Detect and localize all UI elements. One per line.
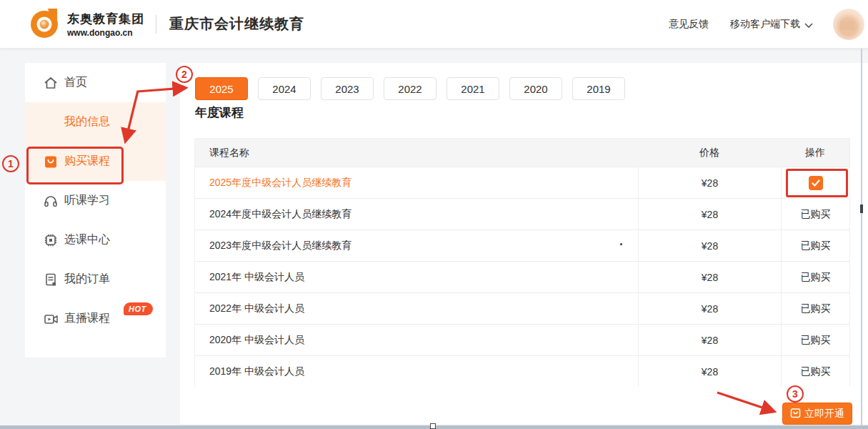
section-title: 年度课程: [195, 104, 244, 121]
course-name: 2022年 中级会计人员: [195, 293, 638, 324]
activate-now-label: 立即开通: [804, 408, 844, 420]
sidebar-item-buy-courses[interactable]: 购买课程: [25, 142, 166, 181]
app-download-label: 移动客户端下载: [730, 18, 800, 31]
vertical-scrollbar-thumb[interactable]: [860, 204, 863, 213]
sidebar-nav: 首页 我的信息 购买课程 听课学习 选课中心 我的订单 直播课程 HOT: [25, 63, 166, 358]
user-avatar[interactable]: [833, 9, 864, 40]
year-tab-2021[interactable]: 2021: [447, 77, 499, 100]
course-action-cell: 已购买: [781, 230, 849, 261]
vertical-scrollbar-track[interactable]: [861, 49, 862, 429]
annotation-step-1: 1: [2, 155, 19, 172]
hot-badge: HOT: [124, 302, 153, 315]
dongao-logo-icon: [29, 6, 61, 42]
chevron-down-icon: [804, 19, 813, 31]
logo-title: 东奥教育集团: [67, 11, 144, 27]
activate-now-button[interactable]: 立即开通: [782, 403, 852, 425]
course-name: 2023年度中级会计人员继续教育: [195, 230, 638, 261]
shopping-bag-icon: [43, 154, 59, 169]
feedback-link[interactable]: 意见反馈: [669, 18, 709, 31]
course-table-body: 2025年度中级会计人员继续教育¥282024年度中级会计人员继续教育¥28已购…: [195, 167, 849, 387]
course-name: 2020年 中级会计人员: [195, 325, 638, 355]
top-header: 东奥教育集团 www.dongao.cn 重庆市会计继续教育 意见反馈 移动客户…: [0, 0, 868, 49]
course-table: 课程名称 价格 操作 2025年度中级会计人员继续教育¥282024年度中级会计…: [194, 138, 850, 387]
course-action-cell: 已购买: [781, 262, 849, 292]
chip-icon: [43, 232, 59, 248]
logo-url: www.dongao.cn: [67, 28, 144, 38]
sidebar-item-label: 首页: [64, 75, 87, 90]
sidebar-item-label: 选课中心: [64, 232, 110, 247]
main-content: 2025202420232022202120202019 年度课程 课程名称 价…: [180, 63, 868, 424]
table-row: 2025年度中级会计人员继续教育¥28: [195, 167, 849, 198]
purchased-label: 已购买: [801, 208, 831, 221]
course-name: 2024年度中级会计人员继续教育: [195, 199, 638, 230]
col-header-action: 操作: [781, 139, 849, 167]
course-price: ¥28: [638, 325, 781, 355]
year-tabs: 2025202420232022202120202019: [195, 77, 635, 100]
year-tab-2020[interactable]: 2020: [509, 77, 562, 100]
purchased-label: 已购买: [801, 240, 831, 252]
sidebar-item-label: 我的订单: [64, 272, 110, 287]
sidebar-item-live-courses[interactable]: 直播课程 HOT: [25, 299, 166, 338]
sidebar-item-label: 购买课程: [64, 154, 110, 169]
sidebar-item-label: 我的信息: [64, 114, 110, 129]
course-price: ¥28: [638, 230, 781, 261]
course-checkbox-checked[interactable]: [809, 176, 823, 190]
table-row: 2022年 中级会计人员¥28已购买: [195, 292, 849, 324]
stray-dot: [620, 243, 622, 245]
table-row: 2023年度中级会计人员继续教育¥28已购买: [195, 230, 849, 261]
purchased-label: 已购买: [801, 271, 831, 284]
col-header-course-name: 课程名称: [195, 139, 638, 167]
app-download-menu[interactable]: 移动客户端下载: [730, 17, 813, 31]
year-tab-2019[interactable]: 2019: [572, 77, 625, 100]
sidebar-item-home[interactable]: 首页: [25, 63, 166, 102]
purchased-label: 已购买: [801, 302, 831, 315]
course-name: 2021年 中级会计人员: [195, 262, 638, 292]
header-divider: [156, 15, 156, 34]
course-price: ¥28: [638, 356, 781, 387]
table-row: 2021年 中级会计人员¥28已购买: [195, 261, 849, 292]
sidebar-item-label: 直播课程: [64, 311, 110, 326]
course-price: ¥28: [638, 262, 781, 292]
sidebar-item-my-orders[interactable]: 我的订单: [25, 260, 166, 299]
course-action-cell: 已购买: [781, 293, 849, 324]
year-tab-2022[interactable]: 2022: [384, 77, 437, 100]
year-tab-2025[interactable]: 2025: [195, 77, 248, 100]
sidebar-item-my-info[interactable]: 我的信息: [25, 102, 166, 142]
year-tab-2024[interactable]: 2024: [258, 77, 311, 100]
course-price: ¥28: [638, 167, 781, 198]
table-row: 2019年 中级会计人员¥28已购买: [195, 355, 849, 387]
course-price: ¥28: [638, 199, 781, 230]
table-row: 2020年 中级会计人员¥28已购买: [195, 324, 849, 355]
sidebar-item-course-center[interactable]: 选课中心: [25, 220, 166, 260]
site-title: 重庆市会计继续教育: [169, 14, 304, 34]
home-icon: [43, 75, 59, 91]
course-action-cell: 已购买: [781, 199, 849, 230]
horizontal-scrollbar-mark: [430, 423, 436, 429]
course-action-cell: [781, 167, 849, 198]
course-action-cell: 已购买: [781, 356, 849, 387]
dongao-logo[interactable]: 东奥教育集团 www.dongao.cn: [29, 6, 144, 42]
sidebar-item-listen-study[interactable]: 听课学习: [25, 181, 166, 220]
table-row: 2024年度中级会计人员继续教育¥28已购买: [195, 198, 849, 230]
video-camera-icon: [43, 311, 59, 327]
course-name: 2019年 中级会计人员: [195, 356, 638, 387]
year-tab-2023[interactable]: 2023: [321, 77, 374, 100]
sidebar-item-label: 听课学习: [64, 193, 110, 208]
bag-outline-icon: [790, 408, 804, 420]
course-name[interactable]: 2025年度中级会计人员继续教育: [195, 167, 638, 198]
col-header-price: 价格: [638, 139, 781, 167]
headphones-icon: [43, 193, 59, 209]
course-price: ¥28: [638, 293, 781, 324]
purchased-label: 已购买: [801, 365, 831, 378]
course-action-cell: 已购买: [781, 325, 849, 355]
purchased-label: 已购买: [801, 334, 831, 347]
course-table-header: 课程名称 价格 操作: [195, 139, 849, 167]
order-icon: [43, 272, 59, 287]
